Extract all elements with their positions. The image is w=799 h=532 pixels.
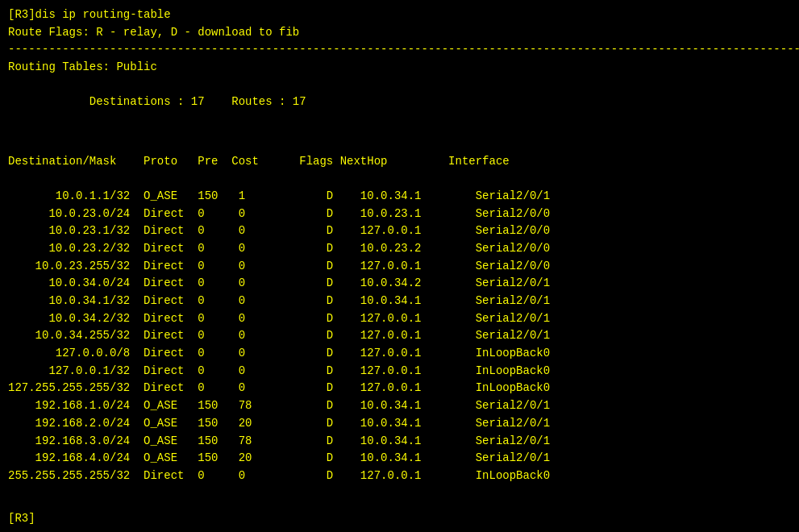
separator-line: ----------------------------------------…: [8, 41, 791, 59]
column-headers: Destination/Mask Proto Pre Cost Flags Ne…: [8, 153, 791, 171]
destinations-text: Destinations : 17: [35, 95, 205, 108]
table-row: 10.0.34.1/32 Direct 0 0 D 10.0.34.1 Seri…: [8, 293, 791, 310]
table-row: 10.0.34.255/32 Direct 0 0 D 127.0.0.1 Se…: [8, 327, 791, 345]
table-row: 192.168.2.0/24 O_ASE 150 20 D 10.0.34.1 …: [8, 415, 791, 433]
table-row: 192.168.3.0/24 O_ASE 150 78 D 10.0.34.1 …: [8, 433, 791, 451]
table-row: 10.0.23.1/32 Direct 0 0 D 127.0.0.1 Seri…: [8, 222, 791, 240]
blank-line-3: [8, 485, 791, 503]
blank-line-1: [8, 129, 791, 147]
routing-tables-label: Routing Tables: Public: [8, 59, 791, 77]
table-row: 10.0.23.255/32 Direct 0 0 D 127.0.0.1 Se…: [8, 258, 791, 276]
destinations-routes-line: Destinations : 17 Routes : 17: [8, 77, 791, 129]
table-row: 10.0.34.2/32 Direct 0 0 D 127.0.0.1 Seri…: [8, 310, 791, 328]
table-row: 192.168.1.0/24 O_ASE 150 78 D 10.0.34.1 …: [8, 397, 791, 415]
table-row: 10.0.23.0/24 Direct 0 0 D 10.0.23.1 Seri…: [8, 206, 791, 223]
table-row: 192.168.4.0/24 O_ASE 150 20 D 10.0.34.1 …: [8, 450, 791, 468]
blank-line-2: [8, 170, 791, 188]
flags-line: Route Flags: R - relay, D - download to …: [8, 24, 791, 42]
routes-text: Routes : 17: [205, 95, 306, 108]
table-row: 10.0.34.0/24 Direct 0 0 D 10.0.34.2 Seri…: [8, 275, 791, 293]
routing-table: 10.0.1.1/32 O_ASE 150 1 D 10.0.34.1 Seri…: [8, 188, 791, 485]
table-row: 10.0.1.1/32 O_ASE 150 1 D 10.0.34.1 Seri…: [8, 188, 791, 206]
table-row: 127.0.0.0/8 Direct 0 0 D 127.0.0.1 InLoo…: [8, 345, 791, 363]
command-line: [R3]dis ip routing-table: [8, 6, 791, 24]
table-row: 10.0.23.2/32 Direct 0 0 D 10.0.23.2 Seri…: [8, 240, 791, 258]
table-row: 127.0.0.1/32 Direct 0 0 D 127.0.0.1 InLo…: [8, 363, 791, 380]
terminal-window: [R3]dis ip routing-table Route Flags: R …: [8, 6, 791, 528]
table-row: 127.255.255.255/32 Direct 0 0 D 127.0.0.…: [8, 380, 791, 397]
prompt-line: [R3]: [8, 510, 791, 528]
table-row: 255.255.255.255/32 Direct 0 0 D 127.0.0.…: [8, 468, 791, 485]
